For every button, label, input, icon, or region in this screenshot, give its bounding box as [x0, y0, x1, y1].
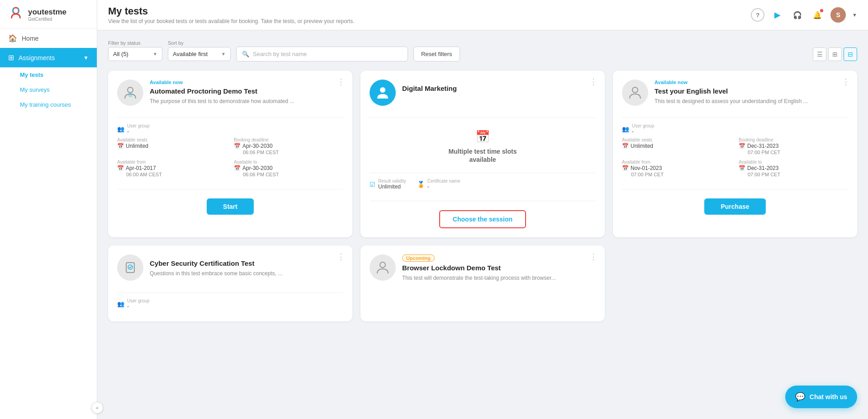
account-chevron-icon[interactable]: ▼ [852, 12, 857, 18]
main-area: My tests View the list of your booked te… [97, 0, 868, 419]
card-divider-3 [622, 118, 848, 118]
list-view-button[interactable]: ☰ [813, 47, 826, 61]
card-meta-1: 👥 User group - Available seats 📅Unlimite… [117, 123, 343, 184]
start-button-1[interactable]: Start [207, 198, 254, 215]
test-card-4: ⋮ Cyber Security Certification Test Ques… [108, 245, 352, 321]
headset-button[interactable]: 🎧 [791, 8, 804, 22]
brand-name: youtestme [28, 8, 66, 17]
card-title-3: Test your English level [655, 87, 848, 96]
result-row-2: ☑ Result validity Unlimited 🏅 Certificat… [370, 179, 596, 190]
booking-label-3: Booking deadline [739, 137, 848, 142]
sidebar-item-my-surveys[interactable]: My surveys [0, 82, 97, 97]
card-info-4: Cyber Security Certification Test Questi… [150, 254, 343, 277]
notification-dot [820, 9, 823, 12]
card-desc-3: This test is designed to assess your und… [655, 98, 848, 105]
card-menu-3[interactable]: ⋮ [842, 78, 850, 86]
user-group-value-4: - [127, 303, 149, 310]
user-group-block-4: User group - [127, 298, 149, 310]
to-meta-3: Available to 📅Dec-31-2023 07:00 PM CET [739, 160, 848, 177]
card-action-1: Start [117, 198, 343, 215]
search-icon: 🔍 [242, 51, 249, 57]
card-desc-1: The purpose of this test is to demonstra… [150, 98, 343, 105]
grid-small-view-button[interactable]: ⊞ [828, 47, 842, 61]
card-divider-2c [370, 201, 596, 201]
search-box[interactable]: 🔍 [236, 47, 408, 61]
card-avatar-2 [370, 80, 396, 106]
card-divider-4 [117, 292, 343, 293]
sidebar-collapse-button[interactable]: « [91, 402, 103, 414]
sidebar-item-assignments[interactable]: ⊞ Assignments ▼ [0, 48, 97, 67]
user-group-label-4: User group [127, 298, 149, 303]
seats-label-3: Available seats [622, 137, 731, 142]
svg-point-7 [632, 87, 638, 93]
reset-filters-button[interactable]: Reset filters [413, 47, 460, 61]
status-chevron-icon: ▼ [153, 52, 157, 56]
content-area: Filter by status All (5) ▼ Sort by Avail… [97, 30, 868, 419]
card-menu-1[interactable]: ⋮ [337, 78, 345, 86]
booking-label-1: Booking deadline [234, 137, 343, 142]
my-training-label: My training courses [20, 101, 71, 108]
logo-area: youtestme GetCertified [0, 0, 97, 28]
status-filter-select[interactable]: All (5) ▼ [108, 47, 162, 61]
help-icon: ? [756, 12, 759, 19]
user-group-block-3: User group - [632, 123, 654, 135]
choose-session-button[interactable]: Choose the session [439, 210, 526, 228]
card-header-3: Available now Test your English level Th… [622, 80, 848, 106]
avatar[interactable]: S [830, 7, 846, 23]
card-title-2: Digital Marketing [402, 84, 596, 93]
sidebar-item-my-tests[interactable]: My tests [0, 67, 97, 82]
booking-value-1: 📅Apr-30-2030 [234, 143, 343, 149]
brand-tagline: GetCertified [28, 17, 66, 22]
chevron-down-icon: ▼ [83, 55, 89, 61]
help-button[interactable]: ? [751, 8, 764, 22]
card-desc-5: This test will demonstrate the test-taki… [402, 274, 596, 282]
notification-button[interactable]: 🔔 [811, 8, 824, 22]
svg-point-6 [381, 94, 384, 98]
from-value-1: 📅Apr-01-2017 [117, 165, 227, 171]
sort-filter-label: Sort by [168, 40, 231, 46]
shield-icon-4 [123, 260, 138, 275]
from-meta-1: Available from 📅Apr-01-2017 06:00 AM CES… [117, 160, 227, 177]
svg-point-10 [380, 262, 385, 268]
seats-meta-3: Available seats 📅Unlimited [622, 137, 731, 155]
card-badge-1: Available now [150, 80, 343, 85]
purchase-button-3[interactable]: Purchase [704, 198, 765, 215]
to-time-1: 06:06 PM CEST [234, 172, 343, 177]
card-action-3: Purchase [622, 198, 848, 215]
sidebar-item-my-training[interactable]: My training courses [0, 97, 97, 112]
calendar-icon: 📅 [117, 143, 124, 149]
sidebar-item-home[interactable]: 🏠 Home [0, 28, 97, 48]
topbar-actions: ? ▶ 🎧 🔔 S ▼ [751, 7, 857, 23]
sort-filter-group: Sort by Available first ▼ [168, 40, 231, 61]
logo-text: youtestme GetCertified [28, 8, 66, 22]
from-meta-3: Available from 📅Nov-01-2023 07:00 PM CET [622, 160, 731, 177]
user-group-row-1: 👥 User group - [117, 123, 343, 135]
svg-point-4 [128, 93, 133, 97]
card-menu-4[interactable]: ⋮ [337, 253, 345, 261]
card-menu-2[interactable]: ⋮ [589, 78, 598, 86]
result-validity-label: Result validity [378, 179, 406, 184]
chat-icon: 💬 [795, 392, 805, 402]
users-icon-4: 👥 [117, 301, 124, 307]
svg-point-5 [380, 87, 385, 93]
to-value-1: 📅Apr-30-2030 [234, 165, 343, 171]
card-header-5: Upcoming Browser Lockdown Demo Test This… [370, 254, 596, 282]
seats-label-1: Available seats [117, 137, 227, 142]
sort-filter-select[interactable]: Available first ▼ [168, 47, 231, 61]
chat-button[interactable]: 💬 Chat with us [785, 386, 857, 408]
user-group-row-4: 👥 User group - [117, 298, 343, 310]
to-meta-1: Available to 📅Apr-30-2030 06:06 PM CEST [234, 160, 343, 177]
headset-icon: 🎧 [793, 11, 802, 19]
grid-large-view-button[interactable]: ⊟ [844, 47, 857, 61]
certificate-value: - [427, 184, 460, 190]
test-card-1: ⋮ Available now Automated Proctoring Dem… [108, 71, 352, 237]
card-meta-grid-1: Available seats 📅Unlimited Booking deadl… [117, 137, 343, 177]
from-time-1: 06:00 AM CEST [117, 172, 227, 177]
my-surveys-label: My surveys [20, 86, 50, 93]
cards-grid: ⋮ Available now Automated Proctoring Dem… [108, 71, 857, 321]
card-avatar-4 [117, 254, 143, 281]
view-toggle: ☰ ⊞ ⊟ [813, 47, 857, 61]
card-menu-5[interactable]: ⋮ [589, 253, 598, 261]
play-button[interactable]: ▶ [771, 8, 784, 22]
search-input[interactable] [253, 51, 402, 57]
